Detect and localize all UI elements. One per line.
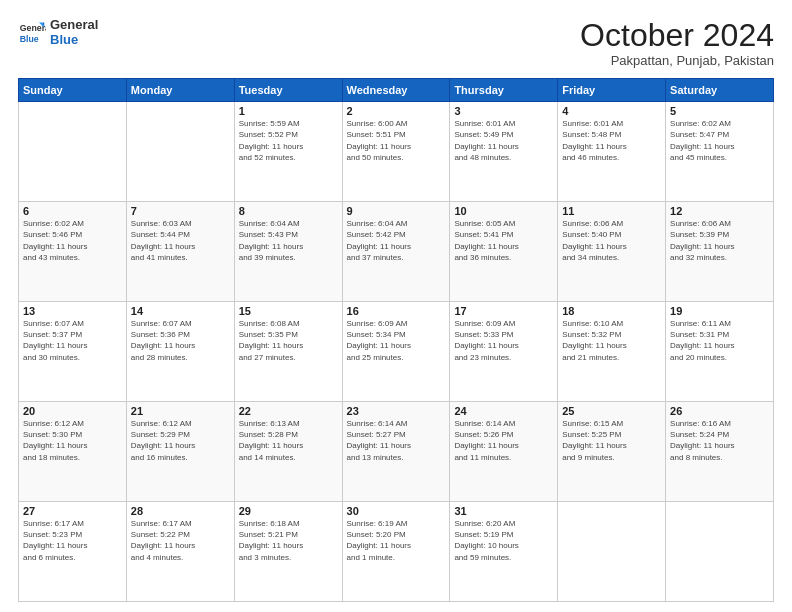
weekday-header-sunday: Sunday	[19, 79, 127, 102]
weekday-header-thursday: Thursday	[450, 79, 558, 102]
weekday-header-friday: Friday	[558, 79, 666, 102]
day-info: Sunrise: 6:02 AM Sunset: 5:46 PM Dayligh…	[23, 218, 122, 263]
day-info: Sunrise: 6:02 AM Sunset: 5:47 PM Dayligh…	[670, 118, 769, 163]
day-number: 1	[239, 105, 338, 117]
day-number: 10	[454, 205, 553, 217]
calendar-cell: 8Sunrise: 6:04 AM Sunset: 5:43 PM Daylig…	[234, 202, 342, 302]
day-number: 3	[454, 105, 553, 117]
calendar-cell: 20Sunrise: 6:12 AM Sunset: 5:30 PM Dayli…	[19, 402, 127, 502]
day-number: 12	[670, 205, 769, 217]
weekday-header-monday: Monday	[126, 79, 234, 102]
day-number: 18	[562, 305, 661, 317]
day-number: 17	[454, 305, 553, 317]
day-info: Sunrise: 6:12 AM Sunset: 5:30 PM Dayligh…	[23, 418, 122, 463]
calendar-cell: 10Sunrise: 6:05 AM Sunset: 5:41 PM Dayli…	[450, 202, 558, 302]
day-number: 11	[562, 205, 661, 217]
calendar-cell: 25Sunrise: 6:15 AM Sunset: 5:25 PM Dayli…	[558, 402, 666, 502]
calendar-cell: 16Sunrise: 6:09 AM Sunset: 5:34 PM Dayli…	[342, 302, 450, 402]
svg-text:Blue: Blue	[20, 34, 39, 44]
calendar-cell: 3Sunrise: 6:01 AM Sunset: 5:49 PM Daylig…	[450, 102, 558, 202]
calendar-cell: 30Sunrise: 6:19 AM Sunset: 5:20 PM Dayli…	[342, 502, 450, 602]
day-info: Sunrise: 6:14 AM Sunset: 5:27 PM Dayligh…	[347, 418, 446, 463]
day-info: Sunrise: 6:13 AM Sunset: 5:28 PM Dayligh…	[239, 418, 338, 463]
day-number: 28	[131, 505, 230, 517]
calendar-cell: 7Sunrise: 6:03 AM Sunset: 5:44 PM Daylig…	[126, 202, 234, 302]
day-info: Sunrise: 6:07 AM Sunset: 5:36 PM Dayligh…	[131, 318, 230, 363]
day-number: 19	[670, 305, 769, 317]
day-number: 7	[131, 205, 230, 217]
calendar-cell: 6Sunrise: 6:02 AM Sunset: 5:46 PM Daylig…	[19, 202, 127, 302]
day-number: 2	[347, 105, 446, 117]
day-info: Sunrise: 6:09 AM Sunset: 5:33 PM Dayligh…	[454, 318, 553, 363]
day-number: 29	[239, 505, 338, 517]
day-info: Sunrise: 5:59 AM Sunset: 5:52 PM Dayligh…	[239, 118, 338, 163]
day-info: Sunrise: 6:01 AM Sunset: 5:48 PM Dayligh…	[562, 118, 661, 163]
day-number: 21	[131, 405, 230, 417]
day-number: 8	[239, 205, 338, 217]
calendar-cell: 13Sunrise: 6:07 AM Sunset: 5:37 PM Dayli…	[19, 302, 127, 402]
calendar-cell: 17Sunrise: 6:09 AM Sunset: 5:33 PM Dayli…	[450, 302, 558, 402]
day-number: 25	[562, 405, 661, 417]
day-number: 31	[454, 505, 553, 517]
day-info: Sunrise: 6:00 AM Sunset: 5:51 PM Dayligh…	[347, 118, 446, 163]
day-info: Sunrise: 6:10 AM Sunset: 5:32 PM Dayligh…	[562, 318, 661, 363]
calendar-cell: 18Sunrise: 6:10 AM Sunset: 5:32 PM Dayli…	[558, 302, 666, 402]
day-number: 9	[347, 205, 446, 217]
day-info: Sunrise: 6:17 AM Sunset: 5:23 PM Dayligh…	[23, 518, 122, 563]
day-info: Sunrise: 6:20 AM Sunset: 5:19 PM Dayligh…	[454, 518, 553, 563]
calendar-cell: 5Sunrise: 6:02 AM Sunset: 5:47 PM Daylig…	[666, 102, 774, 202]
weekday-header-tuesday: Tuesday	[234, 79, 342, 102]
day-info: Sunrise: 6:08 AM Sunset: 5:35 PM Dayligh…	[239, 318, 338, 363]
day-number: 23	[347, 405, 446, 417]
day-number: 26	[670, 405, 769, 417]
day-number: 30	[347, 505, 446, 517]
calendar-cell	[558, 502, 666, 602]
calendar-cell: 22Sunrise: 6:13 AM Sunset: 5:28 PM Dayli…	[234, 402, 342, 502]
day-number: 27	[23, 505, 122, 517]
day-info: Sunrise: 6:06 AM Sunset: 5:39 PM Dayligh…	[670, 218, 769, 263]
day-number: 5	[670, 105, 769, 117]
day-number: 15	[239, 305, 338, 317]
calendar-cell: 26Sunrise: 6:16 AM Sunset: 5:24 PM Dayli…	[666, 402, 774, 502]
calendar-cell: 9Sunrise: 6:04 AM Sunset: 5:42 PM Daylig…	[342, 202, 450, 302]
page: General Blue General Blue October 2024 P…	[0, 0, 792, 612]
day-info: Sunrise: 6:03 AM Sunset: 5:44 PM Dayligh…	[131, 218, 230, 263]
day-info: Sunrise: 6:11 AM Sunset: 5:31 PM Dayligh…	[670, 318, 769, 363]
month-title: October 2024	[580, 18, 774, 53]
day-info: Sunrise: 6:17 AM Sunset: 5:22 PM Dayligh…	[131, 518, 230, 563]
day-info: Sunrise: 6:06 AM Sunset: 5:40 PM Dayligh…	[562, 218, 661, 263]
header: General Blue General Blue October 2024 P…	[18, 18, 774, 68]
calendar-cell: 27Sunrise: 6:17 AM Sunset: 5:23 PM Dayli…	[19, 502, 127, 602]
day-info: Sunrise: 6:19 AM Sunset: 5:20 PM Dayligh…	[347, 518, 446, 563]
day-info: Sunrise: 6:01 AM Sunset: 5:49 PM Dayligh…	[454, 118, 553, 163]
day-info: Sunrise: 6:18 AM Sunset: 5:21 PM Dayligh…	[239, 518, 338, 563]
logo-general: General	[50, 18, 98, 33]
day-info: Sunrise: 6:04 AM Sunset: 5:42 PM Dayligh…	[347, 218, 446, 263]
logo-blue: Blue	[50, 33, 98, 48]
calendar-cell: 31Sunrise: 6:20 AM Sunset: 5:19 PM Dayli…	[450, 502, 558, 602]
day-info: Sunrise: 6:16 AM Sunset: 5:24 PM Dayligh…	[670, 418, 769, 463]
calendar-cell: 29Sunrise: 6:18 AM Sunset: 5:21 PM Dayli…	[234, 502, 342, 602]
calendar-cell: 2Sunrise: 6:00 AM Sunset: 5:51 PM Daylig…	[342, 102, 450, 202]
day-number: 16	[347, 305, 446, 317]
day-number: 13	[23, 305, 122, 317]
day-number: 6	[23, 205, 122, 217]
day-info: Sunrise: 6:05 AM Sunset: 5:41 PM Dayligh…	[454, 218, 553, 263]
calendar-cell: 14Sunrise: 6:07 AM Sunset: 5:36 PM Dayli…	[126, 302, 234, 402]
calendar-cell: 28Sunrise: 6:17 AM Sunset: 5:22 PM Dayli…	[126, 502, 234, 602]
logo-icon: General Blue	[18, 19, 46, 47]
calendar-cell: 15Sunrise: 6:08 AM Sunset: 5:35 PM Dayli…	[234, 302, 342, 402]
calendar-cell: 1Sunrise: 5:59 AM Sunset: 5:52 PM Daylig…	[234, 102, 342, 202]
day-info: Sunrise: 6:12 AM Sunset: 5:29 PM Dayligh…	[131, 418, 230, 463]
calendar-cell	[666, 502, 774, 602]
calendar-cell: 4Sunrise: 6:01 AM Sunset: 5:48 PM Daylig…	[558, 102, 666, 202]
day-number: 14	[131, 305, 230, 317]
day-number: 4	[562, 105, 661, 117]
day-number: 24	[454, 405, 553, 417]
day-info: Sunrise: 6:15 AM Sunset: 5:25 PM Dayligh…	[562, 418, 661, 463]
day-number: 22	[239, 405, 338, 417]
calendar-cell	[126, 102, 234, 202]
calendar-cell: 12Sunrise: 6:06 AM Sunset: 5:39 PM Dayli…	[666, 202, 774, 302]
title-block: October 2024 Pakpattan, Punjab, Pakistan	[580, 18, 774, 68]
calendar-cell: 19Sunrise: 6:11 AM Sunset: 5:31 PM Dayli…	[666, 302, 774, 402]
